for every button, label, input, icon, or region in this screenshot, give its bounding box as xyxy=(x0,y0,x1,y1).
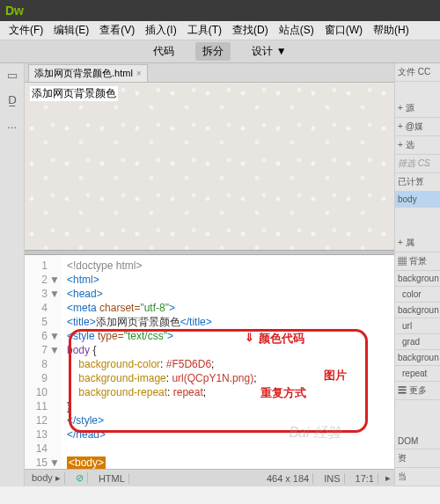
menu-help[interactable]: 帮助(H) xyxy=(368,23,414,38)
status-cursor-pos: 17:1 xyxy=(352,473,378,484)
panel-prop[interactable]: backgroun xyxy=(395,303,440,318)
status-path[interactable]: body ▸ xyxy=(28,472,65,484)
menu-site[interactable]: 站点(S) xyxy=(274,23,319,38)
panel-row-source[interactable]: 源 xyxy=(395,99,440,118)
status-sync-icon[interactable]: ⊘ xyxy=(72,472,88,484)
panel-row-media[interactable]: @媒 xyxy=(395,118,440,136)
panel-prop-sub[interactable]: repeat xyxy=(395,366,440,382)
panel-computed-label: 已计算 xyxy=(395,173,440,192)
close-icon[interactable]: × xyxy=(136,69,142,78)
menu-edit[interactable]: 编辑(E) xyxy=(48,23,94,38)
panel-bg-section[interactable]: ▦ 背景 xyxy=(395,252,440,271)
status-overflow-icon[interactable]: ▸ xyxy=(385,472,391,484)
status-dimensions: 464 x 184 xyxy=(263,473,313,484)
panel-dom[interactable]: DOM xyxy=(395,434,440,449)
status-insert-mode[interactable]: INS xyxy=(320,473,344,484)
panel-selected-element[interactable]: body xyxy=(395,192,440,208)
design-preview[interactable]: 添加网页背景颜色 xyxy=(25,83,394,250)
titlebar: Dw xyxy=(0,0,440,21)
app-logo: Dw xyxy=(5,4,24,18)
menu-insert[interactable]: 插入(I) xyxy=(140,23,181,38)
document-tabs: 添加网页背景颜色.html × xyxy=(25,63,394,83)
panel-prop[interactable]: backgroun xyxy=(395,271,440,287)
code-editor[interactable]: 12▼3▼456▼7▼89101112131415▼16171819 <!doc… xyxy=(25,255,394,469)
tool-icon[interactable]: ... xyxy=(4,118,20,134)
panel-prop-sub[interactable]: grad xyxy=(395,334,440,350)
panel-more[interactable]: ☰ 更多 xyxy=(395,382,440,400)
view-switcher: 代码 拆分 设计 ▼ xyxy=(0,40,440,63)
menu-view[interactable]: 查看(V) xyxy=(94,23,140,38)
line-gutter: 12▼3▼456▼7▼89101112131415▼16171819 xyxy=(25,255,62,469)
tool-icon[interactable]: ▭ xyxy=(4,69,20,84)
panel-prop-sub[interactable]: color xyxy=(395,287,440,303)
left-toolbar: ▭ D̲ ... xyxy=(0,63,25,486)
panel-res[interactable]: 资 xyxy=(395,449,440,468)
panel-prop[interactable]: backgroun xyxy=(395,350,440,366)
view-code[interactable]: 代码 xyxy=(146,42,181,61)
grid-icon: ▦ xyxy=(398,256,407,266)
tool-icon[interactable]: D̲ xyxy=(4,93,20,109)
right-panel: 文件 CC 源 @媒 选 筛选 CS 已计算 body 属 ▦ 背景 backg… xyxy=(394,63,440,486)
view-design[interactable]: 设计 ▼ xyxy=(245,42,293,61)
preview-body-text: 添加网页背景颜色 xyxy=(30,86,118,101)
menu-tools[interactable]: 工具(T) xyxy=(182,23,227,38)
menu-window[interactable]: 窗口(W) xyxy=(319,23,368,38)
panel-props-header[interactable]: 属 xyxy=(395,234,440,252)
panel-cur[interactable]: 当 xyxy=(395,468,440,486)
panel-prop-sub[interactable]: url xyxy=(395,318,440,334)
menubar: 文件(F) 编辑(E) 查看(V) 插入(I) 工具(T) 查找(D) 站点(S… xyxy=(0,21,440,40)
menu-file[interactable]: 文件(F) xyxy=(4,23,48,38)
code-content[interactable]: <!doctype html><html><head><meta charset… xyxy=(67,255,394,469)
tab-label: 添加网页背景颜色.html xyxy=(34,67,133,80)
status-lang[interactable]: HTML xyxy=(95,473,129,484)
menu-find[interactable]: 查找(D) xyxy=(227,23,274,38)
panel-tab-files[interactable]: 文件 CC xyxy=(395,63,440,82)
document-tab[interactable]: 添加网页背景颜色.html × xyxy=(28,64,148,82)
status-bar: body ▸ ⊘ HTML 464 x 184 INS 17:1 ▸ xyxy=(25,469,394,486)
panel-row-selector[interactable]: 选 xyxy=(395,136,440,155)
panel-filter-hint[interactable]: 筛选 CS xyxy=(395,155,440,173)
view-split[interactable]: 拆分 xyxy=(195,42,231,61)
